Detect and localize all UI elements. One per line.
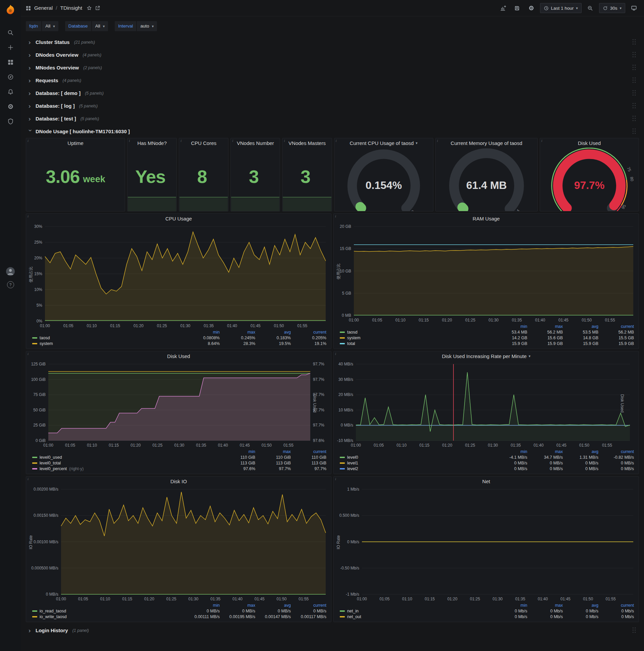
memory-usage-gauge[interactable]: 01638461.4 MB bbox=[436, 148, 537, 211]
dashboard-settings-button[interactable] bbox=[526, 3, 537, 13]
info-icon[interactable]: i bbox=[28, 352, 29, 356]
disk-used-chart[interactable]: 0 GiB25 GiB50 GiB75 GiB100 GiB125 GiB97.… bbox=[26, 361, 331, 449]
panel-title[interactable]: RAM Usage bbox=[473, 216, 500, 221]
legend-series-name[interactable]: level0 bbox=[347, 455, 358, 460]
breadcrumb-section[interactable]: General bbox=[34, 5, 53, 11]
net-chart[interactable]: -1 Mb/s-0.50 Mb/s0 Mb/s0.500 Mb/s1 Mb/s0… bbox=[334, 486, 639, 603]
legend-column-max[interactable]: max bbox=[529, 603, 563, 608]
legend-column-min[interactable]: min bbox=[494, 449, 527, 454]
info-icon[interactable]: i bbox=[28, 477, 29, 481]
row-drag-handle[interactable] bbox=[632, 627, 636, 634]
legend-series-name[interactable]: io_read_taosd bbox=[40, 609, 66, 613]
avatar[interactable] bbox=[6, 267, 15, 276]
legend-column-avg[interactable]: avg bbox=[565, 449, 599, 454]
breadcrumb-page[interactable]: TDinsight bbox=[60, 5, 82, 11]
disk-io-chart[interactable]: 0 MB/s0.000500 MB/s0.00100 MB/s0.00150 M… bbox=[26, 486, 331, 603]
legend-swatch[interactable] bbox=[340, 337, 345, 339]
legend-column-avg[interactable]: avg bbox=[565, 603, 599, 608]
info-icon[interactable]: i bbox=[28, 214, 29, 218]
save-dashboard-button[interactable] bbox=[512, 3, 523, 13]
info-icon[interactable]: i bbox=[129, 138, 130, 143]
panel-title[interactable]: Current Memory Usage of taosd bbox=[451, 140, 522, 146]
row-cluster-status[interactable]: › Cluster Status (21 panels) bbox=[26, 36, 639, 48]
panel-title[interactable]: CPU Cores bbox=[191, 140, 216, 146]
row-drag-handle[interactable] bbox=[632, 64, 636, 71]
refresh-picker[interactable]: 30s ▾ bbox=[599, 3, 625, 13]
legend-swatch[interactable] bbox=[340, 332, 345, 333]
legend-swatch[interactable] bbox=[340, 343, 345, 344]
legend-swatch[interactable] bbox=[32, 462, 37, 464]
row-drag-handle[interactable] bbox=[632, 102, 636, 110]
legend-column-current[interactable]: current bbox=[601, 449, 634, 454]
legend-swatch[interactable] bbox=[340, 457, 345, 458]
legend-column-max[interactable]: max bbox=[222, 603, 255, 608]
sidebar-item-explore[interactable] bbox=[4, 72, 17, 82]
variable-value-dropdown[interactable]: All▾ bbox=[42, 21, 58, 31]
legend-series-name[interactable]: io_write_taosd bbox=[40, 614, 67, 619]
panel-title[interactable]: VNodes Masters bbox=[288, 140, 326, 146]
legend-swatch[interactable] bbox=[340, 610, 345, 612]
row-mnodes-overview[interactable]: › MNodes Overview (2 panels) bbox=[26, 61, 639, 74]
panel-title[interactable]: Net bbox=[482, 478, 490, 484]
share-icon[interactable] bbox=[95, 5, 100, 11]
sidebar-item-dashboards[interactable] bbox=[4, 57, 17, 67]
disk-rate-chart[interactable]: -10 MB/s0 MB/s10 MB/s20 MB/s30 MB/s40 MB… bbox=[334, 361, 639, 449]
legend-swatch[interactable] bbox=[32, 457, 37, 458]
row-login-history[interactable]: › Login History (1 panel) bbox=[26, 624, 639, 637]
legend-column-min[interactable]: min bbox=[186, 330, 220, 335]
legend-series-name[interactable]: level0_total bbox=[40, 461, 61, 465]
sidebar-item-search[interactable] bbox=[4, 28, 17, 38]
panel-title[interactable]: Disk Used bbox=[167, 353, 190, 359]
sidebar-item-alerting[interactable] bbox=[4, 87, 17, 97]
legend-swatch[interactable] bbox=[32, 343, 37, 344]
cpu-usage-chart[interactable]: 0%5%10%15%20%25%30%01:0001:0501:1001:150… bbox=[26, 223, 331, 330]
variable-value-dropdown[interactable]: All▾ bbox=[92, 21, 108, 31]
info-icon[interactable]: i bbox=[284, 138, 285, 143]
variable-value-dropdown[interactable]: auto▾ bbox=[137, 21, 157, 31]
legend-column-current[interactable]: current bbox=[293, 330, 326, 335]
grafana-logo[interactable] bbox=[4, 3, 17, 16]
panel-title[interactable]: Disk IO bbox=[170, 478, 187, 484]
cycle-view-button[interactable] bbox=[629, 3, 639, 13]
info-icon[interactable]: i bbox=[335, 214, 336, 218]
legend-series-name[interactable]: level0_used bbox=[40, 455, 62, 460]
info-icon[interactable]: i bbox=[335, 352, 336, 356]
legend-column-min[interactable]: min bbox=[494, 603, 527, 608]
info-icon[interactable]: i bbox=[232, 138, 233, 143]
time-range-picker[interactable]: Last 1 hour ▾ bbox=[540, 3, 582, 13]
legend-column-avg[interactable]: avg bbox=[257, 330, 291, 335]
panel-title[interactable]: Current CPU Usage of taosd bbox=[350, 140, 414, 146]
legend-series-name[interactable]: level1 bbox=[347, 461, 358, 465]
legend-swatch[interactable] bbox=[340, 462, 345, 464]
legend-column-max[interactable]: max bbox=[222, 330, 255, 335]
legend-column-current[interactable]: current bbox=[293, 449, 326, 454]
legend-series-name[interactable]: net_in bbox=[347, 609, 359, 613]
legend-swatch[interactable] bbox=[32, 337, 37, 339]
legend-series-name[interactable]: total bbox=[347, 341, 355, 346]
panel-title[interactable]: Uptime bbox=[67, 140, 84, 146]
info-icon[interactable]: i bbox=[541, 138, 542, 143]
info-icon[interactable]: i bbox=[336, 138, 337, 143]
star-icon[interactable] bbox=[87, 5, 92, 11]
panel-title[interactable]: CPU Usage bbox=[165, 216, 192, 221]
row-drag-handle[interactable] bbox=[632, 90, 636, 97]
legend-column-max[interactable]: max bbox=[529, 324, 563, 329]
row-dnode-usage[interactable]: › DNode Usage [ huolinhe-TM1701:6030 ] bbox=[26, 125, 639, 137]
legend-swatch[interactable] bbox=[32, 616, 37, 617]
row-database-demo[interactable]: › Database: [ demo ] (5 panels) bbox=[26, 87, 639, 99]
legend-swatch[interactable] bbox=[32, 610, 37, 612]
info-icon[interactable]: i bbox=[28, 138, 29, 143]
legend-column-avg[interactable]: avg bbox=[565, 324, 599, 329]
help-button[interactable]: ? bbox=[7, 281, 14, 288]
panel-title[interactable]: Disk Used bbox=[578, 140, 601, 146]
panel-title[interactable]: Has MNode? bbox=[137, 140, 167, 146]
row-drag-handle[interactable] bbox=[632, 77, 636, 84]
sidebar-item-configuration[interactable] bbox=[4, 101, 17, 112]
legend-swatch[interactable] bbox=[32, 468, 37, 469]
sidebar-item-create[interactable] bbox=[4, 42, 17, 52]
info-icon[interactable]: i bbox=[437, 138, 438, 143]
ram-usage-chart[interactable]: 0 MB5 GB10 GB15 GB20 GB01:0001:0501:1001… bbox=[334, 223, 639, 324]
legend-column-min[interactable]: min bbox=[186, 603, 220, 608]
legend-series-name[interactable]: system bbox=[40, 341, 53, 346]
sidebar-item-server-admin[interactable] bbox=[4, 116, 17, 126]
